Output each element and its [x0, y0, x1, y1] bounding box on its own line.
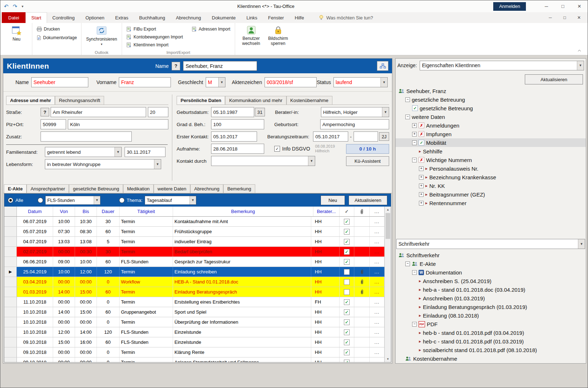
- eakte-row[interactable]: ▶25.04.201910:0012:00120TerminEinladung …: [4, 267, 384, 277]
- eakte-row[interactable]: 10.10.201814:0015:0060GruppenangebotSpor…: [4, 307, 384, 317]
- kontakt-durch-select[interactable]: ▼: [211, 156, 315, 166]
- thema-combo[interactable]: Tagesablauf▼: [145, 196, 196, 205]
- eakte-row[interactable]: 03.04.201900:0000:000WorkflowHEB-A - Sta…: [4, 277, 384, 287]
- row-more-button[interactable]: ...: [370, 327, 384, 337]
- close-button[interactable]: ✕: [571, 0, 588, 12]
- drucken-button[interactable]: Drucken: [35, 25, 78, 33]
- tree-item[interactable]: −E-Akte: [396, 259, 586, 268]
- filter-thema-radio[interactable]: [119, 198, 125, 203]
- geburtsdatum-field[interactable]: 05.10.1987: [211, 107, 254, 117]
- row-more-button[interactable]: ...: [370, 247, 384, 257]
- erledigt-checkbox[interactable]: ✓: [344, 319, 350, 325]
- strasse-field[interactable]: Am Rheinufer: [51, 107, 146, 117]
- sync-dropdown-icon[interactable]: ▾: [101, 43, 103, 45]
- tree-item[interactable]: ▸sozialbericht stand 01.01.2018.pdf (08.…: [396, 346, 586, 354]
- header-bis[interactable]: Bis: [75, 207, 97, 216]
- row-more-button[interactable]: ...: [370, 337, 384, 347]
- collapse-icon[interactable]: −: [405, 115, 410, 119]
- tab-abrechnung[interactable]: Abrechnung: [190, 184, 223, 193]
- maximize-button[interactable]: □: [555, 0, 571, 12]
- header-attachment[interactable]: [354, 207, 370, 216]
- eakte-row[interactable]: 11.10.201800:0000:000TerminErststellung …: [4, 297, 384, 307]
- benutzer-wechseln-button[interactable]: Benutzer wechseln: [238, 24, 265, 47]
- plz-field[interactable]: 50999: [41, 119, 66, 129]
- tree-item[interactable]: ✓gesetzliche Betreuung: [396, 104, 586, 112]
- hausnummer-field[interactable]: 20: [148, 107, 168, 117]
- fibu-export-button[interactable]: FiBu Export: [125, 25, 184, 33]
- tree-item[interactable]: Kostenübernahme: [396, 354, 586, 363]
- erledigt-checkbox[interactable]: ✓: [344, 299, 350, 305]
- row-more-button[interactable]: ...: [370, 307, 384, 317]
- scroll-down-icon[interactable]: ▼: [385, 356, 391, 362]
- tree-item[interactable]: ▸heb-a - stand 01.01.2018.doc (03.04.201…: [396, 285, 586, 294]
- tree-item[interactable]: −✗Wichtige Nummern: [396, 156, 586, 164]
- eakte-row[interactable]: 05.07.201907:3008:3060TerminFrühstücksgr…: [4, 227, 384, 237]
- expand-icon[interactable]: +: [419, 184, 424, 188]
- anzeige-combo[interactable]: Eigenschaften KlientInnen▼: [420, 61, 584, 70]
- row-more-button[interactable]: ...: [370, 237, 384, 246]
- dropdown-arrow-icon[interactable]: ▼: [94, 196, 100, 204]
- status-select[interactable]: laufend▼: [333, 77, 388, 87]
- erledigt-checkbox[interactable]: ✓: [344, 329, 350, 335]
- ribbon-tab-abrechnung[interactable]: Abrechnung: [171, 12, 206, 23]
- collapse-ribbon-button[interactable]: [575, 48, 583, 54]
- filter-fls-radio[interactable]: [38, 198, 43, 203]
- stunden-button[interactable]: 0 / 10 h: [346, 144, 389, 154]
- org-chart-button[interactable]: [377, 61, 388, 71]
- collapse-icon[interactable]: −: [412, 270, 417, 275]
- scrollbar-thumb[interactable]: [386, 213, 390, 239]
- familienstand-datum-field[interactable]: 30.11.2017: [125, 147, 165, 157]
- eakte-row[interactable]: 09.10.201815:0016:0060FLS-StundenEinzels…: [4, 337, 384, 347]
- ribbon-tab-links[interactable]: Links: [241, 12, 262, 23]
- collapse-icon[interactable]: −: [405, 97, 410, 102]
- header-more[interactable]: ...: [370, 207, 384, 216]
- expand-icon[interactable]: +: [419, 201, 424, 205]
- tree-item[interactable]: ▸Einladung Beratungsgespräch (01.03.2019…: [396, 302, 586, 311]
- header-dauer[interactable]: Dauer: [97, 207, 120, 216]
- dropdown-arrow-icon[interactable]: ▼: [577, 61, 584, 70]
- expand-icon[interactable]: +: [419, 175, 424, 180]
- dropdown-arrow-icon[interactable]: ▼: [308, 156, 315, 166]
- eakte-row[interactable]: 09.10.201800:0000:000TerminKlärung Rente…: [4, 347, 384, 357]
- tab-gesetzliche-betreuung[interactable]: gesetzliche Betreuung: [69, 184, 123, 193]
- eakte-row[interactable]: 01.03.201914:0015:0060TerminEinladung Be…: [4, 287, 384, 297]
- beratungszeitraum-von-field[interactable]: 05.10.2017: [313, 131, 348, 142]
- aufnahme-field[interactable]: 28.06.2018: [211, 144, 264, 154]
- expand-icon[interactable]: +: [412, 123, 417, 128]
- tree-item[interactable]: ▸heb-b - stand 01.01.2018.pdf (03.04.201…: [396, 328, 586, 337]
- tell-me-box[interactable]: Was möchten Sie tun?: [319, 12, 373, 23]
- tree-item[interactable]: −✓Mobilität: [396, 138, 586, 147]
- row-more-button[interactable]: ...: [370, 227, 384, 236]
- row-more-button[interactable]: ...: [370, 347, 384, 357]
- tab-e-akte[interactable]: E-Akte: [4, 184, 27, 193]
- kue-assistent-button[interactable]: Kü-Assistent: [346, 156, 389, 166]
- anmelden-button[interactable]: Anmelden: [493, 2, 526, 11]
- zeitraum-button[interactable]: 2J: [379, 132, 389, 141]
- tab-rechnungsanschrift[interactable]: Rechnungsanschrift: [55, 96, 104, 105]
- dropdown-arrow-icon[interactable]: ▼: [115, 147, 121, 157]
- ribbon-tab-dokumente[interactable]: Dokumente: [206, 12, 241, 23]
- erledigt-checkbox[interactable]: ✓: [344, 360, 350, 362]
- beratungszeitraum-bis-field[interactable]: [354, 131, 378, 142]
- row-more-button[interactable]: ...: [370, 287, 384, 297]
- tree-item[interactable]: −gesetzliche Betreuung: [396, 95, 586, 104]
- berater-select[interactable]: Hilfreich, Holger▼: [321, 107, 389, 117]
- eakte-row[interactable]: 02.07.201900:0000:3030TerminBedarf überp…: [4, 247, 384, 257]
- erledigt-checkbox[interactable]: ✓: [344, 309, 350, 315]
- tree-item[interactable]: +✗Anmeldungen: [396, 121, 586, 130]
- dropdown-arrow-icon[interactable]: ▼: [381, 78, 387, 87]
- ort-field[interactable]: Köln: [68, 119, 168, 129]
- fls-combo[interactable]: FLS-Stunden▼: [45, 196, 101, 205]
- tree-item[interactable]: −weitere Daten: [396, 112, 586, 121]
- tab-adresse-und-mehr[interactable]: Adresse und mehr: [6, 96, 55, 105]
- erledigt-checkbox[interactable]: ✓: [344, 350, 350, 355]
- tree-item[interactable]: ▸Sehhilfe: [396, 147, 586, 156]
- tree-item[interactable]: −PDFPDF: [396, 320, 586, 328]
- tree-item[interactable]: +▸Rentennummer: [396, 199, 586, 207]
- dropdown-arrow-icon[interactable]: ▼: [154, 160, 161, 169]
- kontobewegungen-import-button[interactable]: Kontobewegungen Import: [125, 33, 184, 41]
- tree-item[interactable]: ▸Anschreiben S. (25.04.2019): [396, 277, 586, 285]
- tree-item[interactable]: +▸Beitragsnummer (GEZ): [396, 190, 586, 199]
- erledigt-checkbox[interactable]: ✓: [344, 229, 350, 235]
- dropdown-arrow-icon[interactable]: ▼: [578, 239, 585, 249]
